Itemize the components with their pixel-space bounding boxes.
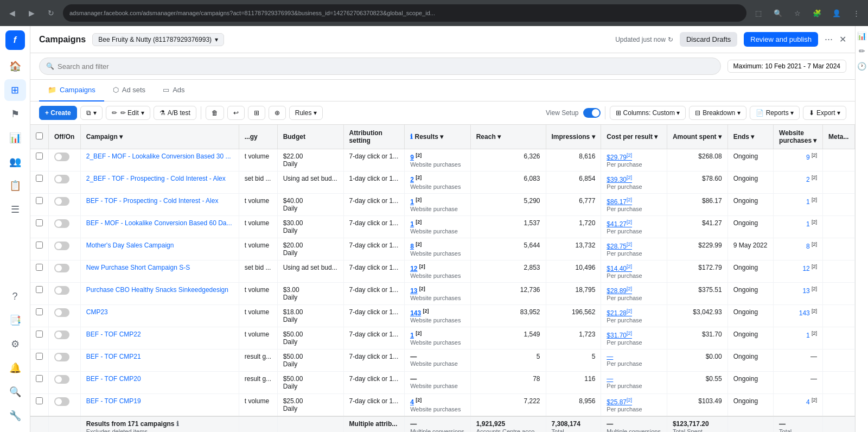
result-link[interactable]: 1	[410, 198, 414, 206]
more-tools-button[interactable]: ⊞	[248, 106, 265, 120]
row-checkbox[interactable]	[36, 153, 43, 160]
campaign-link[interactable]: BEF - TOF CMP20	[86, 375, 141, 383]
row-checkbox[interactable]	[36, 219, 43, 226]
row-checkbox[interactable]	[36, 286, 43, 293]
cost-link[interactable]: $31.70[2]	[607, 331, 661, 339]
campaign-link[interactable]: CMP23	[86, 308, 108, 316]
cost-link[interactable]: $86.17[2]	[607, 197, 661, 206]
ab-test-button[interactable]: ⚗ A/B test	[154, 106, 196, 120]
campaign-link[interactable]: BEF - MOF - Lookalike Conversion Based 6…	[86, 219, 232, 227]
reports-button[interactable]: 📄 Reports ▾	[750, 106, 800, 120]
result-link[interactable]: 13	[410, 287, 417, 295]
campaign-link[interactable]: BEF - TOF CMP21	[86, 353, 141, 360]
extensions-icon[interactable]: 🧩	[809, 5, 825, 21]
campaign-link[interactable]: BEF - TOF CMP22	[86, 331, 141, 338]
undo-button[interactable]: ↩	[227, 106, 245, 120]
forward-button[interactable]: ▶	[24, 5, 39, 21]
results-info-icon[interactable]: ℹ	[410, 133, 413, 141]
breakdown-button[interactable]: ⊟ Breakdown ▾	[689, 106, 746, 120]
result-link[interactable]: 4	[410, 398, 414, 406]
result-link[interactable]: 9	[410, 154, 414, 161]
campaign-link[interactable]: BEF - TOF - Prospecting - Cold Interest …	[86, 197, 219, 205]
right-sidebar-chart-icon[interactable]: 📊	[857, 30, 867, 41]
wp-link[interactable]: 143	[799, 309, 810, 317]
date-range-button[interactable]: Maximum: 10 Feb 2021 - 7 Mar 2024	[727, 60, 846, 73]
row-toggle-switch[interactable]	[54, 197, 69, 206]
address-bar[interactable]: adsmanager.facebook.com/adsmanager/manag…	[63, 4, 746, 22]
row-toggle-switch[interactable]	[54, 353, 69, 361]
wp-link[interactable]: 4	[806, 398, 810, 406]
wp-link[interactable]: 1	[806, 220, 810, 228]
sidebar-item-search[interactable]: 🔍	[4, 381, 26, 403]
cost-link[interactable]: $41.27[2]	[607, 219, 661, 228]
cost-link[interactable]: $14.40[2]	[607, 264, 661, 272]
profile-icon[interactable]: 👤	[829, 5, 844, 21]
more-options-button[interactable]: ···	[825, 34, 833, 45]
search-input[interactable]	[58, 62, 714, 71]
wp-link[interactable]: 12	[802, 265, 809, 272]
wp-link[interactable]: 1	[806, 198, 810, 206]
tab-adsets[interactable]: ⬡ Ad sets	[104, 80, 154, 101]
row-toggle-switch[interactable]	[54, 242, 69, 250]
row-toggle-switch[interactable]	[54, 286, 69, 295]
cost-link[interactable]: —	[607, 353, 661, 360]
campaign-link[interactable]: Mother's Day Sales Campaign	[86, 242, 174, 249]
select-all-checkbox[interactable]	[36, 132, 43, 139]
row-toggle-switch[interactable]	[54, 219, 69, 228]
wp-link[interactable]: 13	[802, 287, 809, 295]
sidebar-item-home[interactable]: 🏠	[4, 55, 26, 77]
row-checkbox[interactable]	[36, 242, 43, 249]
row-toggle-switch[interactable]	[54, 375, 69, 384]
row-toggle-switch[interactable]	[54, 331, 69, 339]
sidebar-item-list[interactable]: 📑	[4, 309, 26, 331]
refresh-button[interactable]: ↻	[43, 5, 59, 21]
tab-ads[interactable]: ▭ Ads	[154, 80, 193, 101]
campaign-link[interactable]: BEF - TOF CMP19	[86, 397, 141, 405]
row-toggle-switch[interactable]	[54, 175, 69, 183]
wp-link[interactable]: 8	[806, 243, 810, 250]
tag-button[interactable]: ⊕	[269, 106, 286, 120]
cost-link[interactable]: $29.79[2]	[607, 153, 661, 161]
sidebar-item-bell[interactable]: 🔔	[4, 357, 26, 379]
tab-campaigns[interactable]: 📁 Campaigns	[39, 80, 104, 101]
create-button[interactable]: + Create	[39, 106, 77, 120]
row-checkbox[interactable]	[36, 308, 43, 315]
row-checkbox[interactable]	[36, 175, 43, 182]
refresh-icon[interactable]: ↻	[668, 36, 673, 43]
close-button[interactable]: ✕	[839, 34, 846, 45]
columns-button[interactable]: ⊞ Columns: Custom ▾	[610, 106, 686, 120]
row-toggle-switch[interactable]	[54, 153, 69, 161]
row-checkbox[interactable]	[36, 264, 43, 271]
result-link[interactable]: 12	[410, 265, 417, 272]
view-setup-toggle[interactable]	[583, 108, 601, 118]
review-publish-button[interactable]: Review and publish	[744, 32, 818, 47]
row-checkbox[interactable]	[36, 331, 43, 338]
account-selector[interactable]: Bee Fruity & Nutty (811787929376993) ▾	[92, 33, 224, 46]
cast-icon[interactable]: ⬚	[751, 5, 766, 21]
row-toggle-switch[interactable]	[54, 308, 69, 317]
campaign-link[interactable]: New Purchase Short Campaign S-S	[86, 264, 190, 271]
result-link[interactable]: 2	[410, 176, 414, 183]
result-link[interactable]: 1	[410, 332, 414, 339]
row-checkbox[interactable]	[36, 397, 43, 404]
rules-button[interactable]: Rules ▾	[289, 106, 323, 120]
sidebar-item-menu[interactable]: ☰	[4, 199, 26, 220]
sidebar-item-chart[interactable]: 📊	[4, 127, 26, 149]
cost-link[interactable]: $25.87[2]	[607, 397, 661, 406]
campaign-link[interactable]: 2_BEF - TOF - Prospecting - Cold Interes…	[86, 175, 226, 182]
bookmark-icon[interactable]: ☆	[790, 5, 805, 21]
row-toggle-switch[interactable]	[54, 264, 69, 272]
result-link[interactable]: 8	[410, 243, 414, 250]
row-toggle-switch[interactable]	[54, 397, 69, 406]
wp-link[interactable]: 1	[806, 332, 810, 339]
cost-link[interactable]: $28.89[2]	[607, 286, 661, 295]
zoom-icon[interactable]: 🔍	[770, 5, 786, 21]
menu-dots-icon[interactable]: ⋮	[848, 5, 864, 21]
sidebar-item-flag[interactable]: ⚑	[4, 103, 26, 125]
campaign-link[interactable]: 2_BEF - MOF - Lookalike Conversion Based…	[86, 153, 231, 160]
cost-link[interactable]: $28.75[2]	[607, 242, 661, 250]
row-checkbox[interactable]	[36, 197, 43, 204]
sidebar-item-settings[interactable]: ⚙	[4, 333, 26, 355]
back-button[interactable]: ◀	[4, 5, 20, 21]
sidebar-item-report[interactable]: 📋	[4, 175, 26, 196]
